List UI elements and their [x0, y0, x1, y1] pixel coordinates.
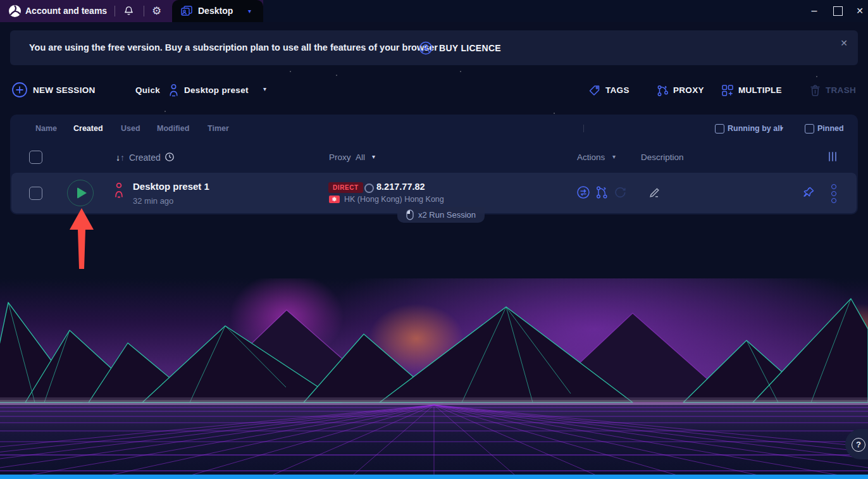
toolbar: NEW SESSION Quick Desktop preset ▾ TAGS … [0, 76, 868, 105]
topbar-divider [144, 6, 144, 16]
window-maximize-button[interactable] [833, 6, 843, 16]
tags-button[interactable]: TAGS [605, 85, 629, 95]
proxy-filter-value[interactable]: All [356, 152, 365, 162]
mouse-icon [406, 209, 414, 220]
sort-direction-icon[interactable]: ↓↑ [116, 152, 125, 163]
session-created-time: 32 min ago [133, 196, 173, 206]
question-mark-icon: ? [852, 438, 865, 452]
preset-caret-down-icon[interactable]: ▾ [263, 85, 266, 92]
tab-modified[interactable]: Modified [157, 115, 189, 142]
tab-timer[interactable]: Timer [208, 115, 229, 142]
pinned-label[interactable]: Pinned [817, 115, 844, 142]
trash-icon [809, 84, 821, 97]
session-ip[interactable]: 8.217.77.82 [376, 182, 425, 192]
change-proxy-icon[interactable] [594, 185, 609, 200]
free-version-banner: You are using the free version. Buy a su… [10, 30, 858, 65]
proxy-type-badge: DIRECT [328, 182, 363, 193]
multiple-icon [721, 84, 734, 97]
pin-icon[interactable] [802, 185, 815, 199]
hk-flag-icon: ✽ [329, 196, 340, 203]
proxy-button[interactable]: PROXY [673, 85, 704, 95]
run-session-tooltip: x2 Run Session [397, 207, 485, 223]
notifications-bell-icon[interactable] [123, 5, 135, 17]
proxy-icon [657, 84, 669, 97]
ip-status-icon [364, 184, 374, 193]
session-location: HK (Hong Kong) Hong Kong [344, 195, 444, 204]
clock-icon [164, 152, 175, 162]
edit-pencil-icon[interactable] [648, 185, 662, 199]
synthwave-background [0, 278, 868, 479]
preset-person-icon [168, 84, 179, 97]
new-session-label[interactable]: NEW SESSION [33, 85, 96, 95]
annotation-arrow [68, 208, 95, 269]
tab-created[interactable]: Created [73, 115, 103, 142]
new-session-button[interactable] [11, 82, 28, 98]
column-proxy-label[interactable]: Proxy [329, 152, 351, 162]
running-by-all-label[interactable]: Running by all [728, 115, 782, 142]
select-all-checkbox[interactable] [29, 151, 42, 164]
licence-avatar-icon [419, 41, 433, 55]
refresh-session-icon[interactable] [613, 185, 627, 199]
row-checkbox[interactable] [29, 187, 42, 200]
header-divider [583, 125, 584, 132]
column-created[interactable]: Created [129, 152, 161, 163]
tab-name[interactable]: Name [35, 115, 57, 142]
row-menu-kebab-icon[interactable] [831, 184, 836, 203]
account-and-teams-button[interactable]: Account and teams [25, 0, 107, 22]
tab-desktop[interactable]: Desktop ▾ [172, 0, 263, 22]
tags-icon [588, 84, 601, 97]
profile-person-icon [113, 182, 125, 199]
pinned-checkbox[interactable] [805, 124, 814, 134]
session-name[interactable]: Desktop preset 1 [133, 181, 209, 192]
tab-label: Desktop [198, 0, 233, 22]
column-actions[interactable]: Actions [577, 152, 605, 162]
transfer-session-icon[interactable] [576, 185, 590, 199]
proxy-filter-caret-icon[interactable]: ▾ [372, 153, 375, 160]
app-logo-icon [8, 4, 22, 18]
preset-dropdown[interactable]: Desktop preset [184, 85, 249, 95]
column-settings-icon[interactable] [829, 152, 836, 161]
running-by-all-caret-icon[interactable]: ▾ [780, 115, 783, 142]
window-close-button[interactable]: ✕ [854, 0, 865, 22]
tooltip-text: x2 Run Session [418, 210, 476, 220]
banner-message: You are using the free version. Buy a su… [29, 30, 438, 65]
session-cards-icon [180, 5, 193, 17]
run-session-play-button[interactable] [67, 180, 94, 206]
buy-licence-button[interactable]: BUY LICENCE [419, 30, 501, 65]
buy-licence-label: BUY LICENCE [439, 43, 501, 53]
banner-close-icon[interactable]: ✕ [840, 38, 848, 48]
trash-button[interactable]: TRASH [826, 85, 856, 95]
settings-gear-icon[interactable]: ⚙ [152, 0, 161, 22]
actions-caret-icon[interactable]: ▾ [612, 153, 616, 160]
tab-caret-down-icon[interactable]: ▾ [248, 0, 251, 22]
multiple-button[interactable]: MULTIPLE [738, 85, 782, 95]
tab-used[interactable]: Used [121, 115, 140, 142]
bottom-progress-bar [0, 475, 868, 479]
window-minimize-button[interactable]: – [809, 0, 820, 21]
column-description: Description [641, 152, 684, 162]
title-bar: Account and teams ⚙ Desktop ▾ – ✕ [0, 0, 868, 22]
topbar-divider [115, 6, 115, 16]
running-by-all-checkbox[interactable] [715, 124, 724, 134]
play-icon [77, 187, 87, 199]
quick-toggle-label: Quick [135, 85, 160, 95]
